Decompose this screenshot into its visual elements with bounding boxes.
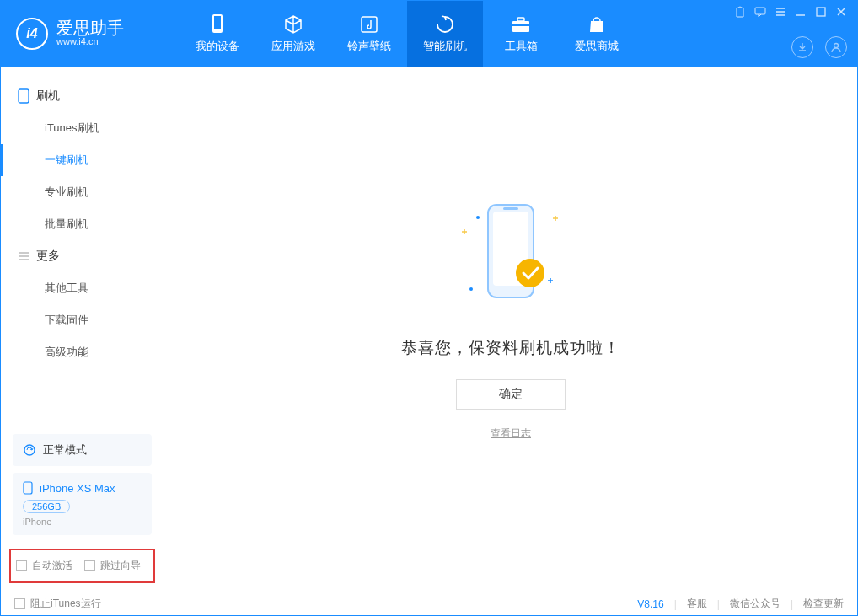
menu-icon[interactable]: [775, 6, 786, 18]
svg-rect-4: [512, 21, 529, 32]
sidebar-item-itunes-flash[interactable]: iTunes刷机: [1, 112, 164, 144]
sidebar-item-oneclick-flash[interactable]: 一键刷机: [1, 144, 164, 176]
svg-point-9: [834, 44, 839, 48]
checkbox-icon: [84, 560, 95, 571]
device-icon: [23, 481, 33, 495]
minimize-button[interactable]: [795, 6, 807, 18]
version-label: V8.16: [637, 598, 663, 610]
tab-label: 智能刷机: [423, 39, 467, 54]
svg-rect-2: [214, 16, 221, 29]
device-info-box[interactable]: iPhone XS Max 256GB iPhone: [13, 473, 152, 535]
refresh-icon: [434, 13, 456, 35]
svg-point-14: [469, 287, 473, 291]
phone-outline-icon: [18, 88, 29, 104]
check-update-link[interactable]: 检查更新: [803, 597, 844, 611]
success-illustration: [448, 192, 574, 319]
close-button[interactable]: [835, 6, 847, 18]
checkbox-icon: [14, 598, 25, 609]
tab-label: 工具箱: [505, 39, 538, 54]
sidebar-item-batch-flash[interactable]: 批量刷机: [1, 208, 164, 240]
highlighted-checkbox-row: 自动激活 跳过向导: [9, 549, 155, 583]
phone-icon: [210, 13, 225, 35]
svg-rect-6: [512, 24, 529, 26]
checkbox-label: 自动激活: [32, 559, 72, 573]
device-mode-box[interactable]: 正常模式: [13, 434, 152, 466]
header-actions: [791, 36, 847, 58]
support-link[interactable]: 客服: [687, 597, 707, 611]
wechat-link[interactable]: 微信公众号: [730, 597, 780, 611]
logo-icon: i4: [16, 18, 48, 50]
device-capacity-badge: 256GB: [23, 500, 70, 513]
maximize-button[interactable]: [815, 6, 827, 18]
checkbox-label: 跳过向导: [100, 559, 141, 573]
status-bar: 阻止iTunes运行 V8.16 | 客服 | 微信公众号 | 检查更新: [1, 592, 857, 615]
ok-button[interactable]: 确定: [456, 379, 566, 410]
tab-smart-flash[interactable]: 智能刷机: [407, 1, 483, 67]
tab-label: 铃声壁纸: [347, 39, 391, 54]
logo-title: 爱思助手: [56, 19, 124, 36]
tab-ringtones-wallpapers[interactable]: 铃声壁纸: [331, 1, 407, 67]
svg-rect-5: [517, 18, 524, 21]
checkbox-label: 阻止iTunes运行: [30, 597, 101, 611]
sidebar-item-download-firmware[interactable]: 下载固件: [1, 304, 164, 336]
checkbox-icon: [16, 560, 27, 571]
separator: |: [717, 598, 720, 610]
tab-toolbox[interactable]: 工具箱: [483, 1, 559, 67]
user-button[interactable]: [825, 36, 847, 58]
svg-text:i4: i4: [26, 26, 37, 40]
checkbox-skip-guide[interactable]: 跳过向导: [84, 559, 141, 573]
device-name-label: iPhone XS Max: [40, 482, 115, 495]
tab-label: 爱思商城: [575, 39, 619, 54]
svg-rect-8: [817, 8, 825, 16]
svg-point-13: [476, 216, 480, 219]
tab-label: 应用游戏: [271, 39, 315, 54]
app-logo: i4 爱思助手 www.i4.cn: [16, 18, 159, 50]
cube-icon: [282, 13, 304, 35]
music-note-icon: [359, 13, 379, 35]
sidebar: 刷机 iTunes刷机 一键刷机 专业刷机 批量刷机 更多 其他工具 下载固件 …: [1, 67, 164, 592]
svg-rect-17: [503, 207, 518, 210]
window-controls: [734, 6, 847, 18]
separator: |: [674, 598, 677, 610]
svg-point-18: [516, 259, 544, 287]
sidebar-group-flash: 刷机: [1, 80, 164, 112]
download-button[interactable]: [791, 36, 813, 58]
checkbox-block-itunes[interactable]: 阻止iTunes运行: [14, 597, 101, 611]
sidebar-group-title: 更多: [36, 249, 60, 264]
svg-rect-12: [24, 482, 32, 494]
svg-rect-10: [19, 89, 29, 103]
tab-store[interactable]: 爱思商城: [559, 1, 635, 67]
separator: |: [791, 598, 793, 610]
sidebar-item-other-tools[interactable]: 其他工具: [1, 272, 164, 304]
main-tabs: 我的设备 应用游戏 铃声壁纸 智能刷机 工具箱 爱思商城: [180, 1, 635, 67]
view-log-link[interactable]: 查看日志: [491, 426, 531, 441]
sidebar-group-title: 刷机: [36, 88, 60, 104]
svg-rect-3: [362, 17, 377, 32]
shopping-bag-icon: [587, 13, 607, 35]
main-content: 恭喜您，保资料刷机成功啦！ 确定 查看日志: [164, 67, 857, 592]
toolbox-icon: [510, 13, 532, 35]
svg-point-11: [24, 445, 35, 455]
logo-subtitle: www.i4.cn: [56, 36, 124, 47]
sidebar-item-pro-flash[interactable]: 专业刷机: [1, 176, 164, 208]
sidebar-item-advanced[interactable]: 高级功能: [1, 336, 164, 368]
tab-my-device[interactable]: 我的设备: [180, 1, 255, 67]
checkbox-auto-activate[interactable]: 自动激活: [16, 559, 72, 573]
app-header: i4 爱思助手 www.i4.cn 我的设备 应用游戏 铃声壁纸 智能刷机 工具…: [1, 1, 857, 67]
feedback-icon[interactable]: [754, 6, 766, 18]
success-message: 恭喜您，保资料刷机成功啦！: [401, 337, 620, 359]
sync-icon: [23, 443, 36, 457]
sidebar-group-more: 更多: [1, 240, 164, 272]
device-type-label: iPhone: [23, 517, 142, 527]
list-icon: [18, 250, 29, 262]
shirt-icon[interactable]: [734, 6, 746, 18]
tab-label: 我的设备: [196, 39, 239, 54]
svg-rect-7: [755, 8, 765, 14]
device-mode-label: 正常模式: [43, 442, 87, 458]
tab-apps-games[interactable]: 应用游戏: [255, 1, 331, 67]
